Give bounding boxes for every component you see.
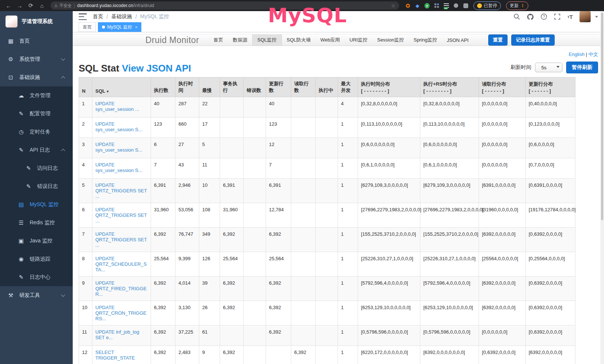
app-logo-row[interactable]: 芋道管理系统 bbox=[0, 11, 73, 32]
browser-back-icon[interactable]: ← bbox=[4, 1, 13, 10]
github-icon[interactable] bbox=[527, 13, 534, 20]
sidebar-item-config-management[interactable]: ✎配置管理 bbox=[0, 105, 73, 123]
search-icon[interactable] bbox=[513, 13, 520, 20]
sql-link[interactable]: UPDATE QRTZ_TRIGGERS SET ... bbox=[95, 182, 147, 199]
column-header[interactable]: 更新行数 bbox=[266, 77, 291, 97]
druid-tab[interactable]: Spring监控 bbox=[409, 34, 442, 46]
log-center-icon: ✎ bbox=[18, 274, 24, 281]
table-cell: 40 bbox=[266, 97, 291, 118]
not-secure-warning-icon[interactable]: ⚠ 不安全 bbox=[54, 3, 72, 9]
column-header[interactable]: 执行时间分布[ - - - - - - - - ] bbox=[358, 77, 420, 97]
table-cell: [0,0,0,0,0,0] bbox=[479, 118, 526, 138]
camera-extension-icon[interactable] bbox=[453, 3, 459, 8]
sql-link[interactable]: UPDATE QRTZ_SCHEDULER_STA... bbox=[95, 256, 147, 272]
sql-link[interactable]: UPDATE sys_user_session ... bbox=[95, 101, 139, 112]
druid-tab[interactable]: Web应用 bbox=[316, 34, 345, 46]
tag-active[interactable]: MySQL 监控× bbox=[98, 22, 141, 32]
sql-link[interactable]: UPDATE inf_job_log SET e... bbox=[95, 329, 139, 340]
breadcrumb-item[interactable]: 基础设施 bbox=[111, 13, 132, 20]
druid-tab[interactable]: JSON API bbox=[442, 34, 473, 46]
sql-link[interactable]: UPDATE QRTZ_CRON_TRIGGERS... bbox=[95, 305, 147, 321]
sql-link[interactable]: SELECT TRIGGER_STATE bbox=[95, 350, 135, 361]
blue-gem-extension-icon[interactable]: ◆ bbox=[415, 3, 420, 8]
view-json-api-link[interactable]: View JSON API bbox=[122, 63, 191, 74]
druid-tab[interactable]: URI监控 bbox=[345, 34, 372, 46]
bookmark-star-icon[interactable]: ☆ bbox=[391, 3, 395, 9]
tag-item[interactable]: 首页 bbox=[79, 22, 96, 32]
user-avatar[interactable] bbox=[580, 11, 591, 22]
sql-link[interactable]: UPDATE sys_user_session S... bbox=[95, 162, 142, 173]
sidebar-item-trace[interactable]: ◉链路追踪 bbox=[0, 250, 73, 268]
column-header[interactable]: N bbox=[79, 77, 92, 97]
sidebar-item-file-management[interactable]: ☁文件管理 bbox=[0, 86, 73, 105]
table-cell: 26 bbox=[199, 301, 220, 325]
kebab-menu-icon[interactable]: ⋮ bbox=[521, 3, 525, 8]
table-cell: 1 bbox=[338, 301, 358, 325]
column-header[interactable]: SQL▼ bbox=[92, 77, 151, 97]
column-header[interactable]: 错误数 bbox=[244, 77, 266, 97]
scrollbar-thumb[interactable] bbox=[601, 13, 603, 220]
sql-link[interactable]: UPDATE sys_user_session S... bbox=[95, 121, 142, 132]
sidebar-item-home[interactable]: ▦首页 bbox=[0, 32, 73, 50]
refresh-interval-select[interactable]: 5s bbox=[535, 63, 562, 72]
druid-tab[interactable]: Session监控 bbox=[372, 34, 408, 46]
druid-tab[interactable]: 首页 bbox=[209, 34, 228, 46]
sidebar-item-system-management[interactable]: ⚙系统管理 bbox=[0, 50, 73, 68]
column-header[interactable]: 读取行数 bbox=[291, 77, 316, 97]
sql-link[interactable]: UPDATE QRTZ_TRIGGERS SET ... bbox=[95, 231, 147, 248]
column-header[interactable]: 执行+RS时分布[ - - - - - - - - ] bbox=[420, 77, 479, 97]
table-cell: 6 bbox=[79, 203, 92, 228]
browser-reload-icon[interactable]: ⟳ bbox=[26, 1, 36, 10]
green-y-extension-icon[interactable]: y bbox=[424, 3, 430, 8]
page-scrollbar[interactable] bbox=[600, 11, 604, 364]
orange-ring-extension-icon[interactable] bbox=[405, 3, 410, 8]
font-size-icon[interactable]: тT bbox=[567, 14, 573, 20]
sidebar-item-log-center[interactable]: ✎日志中心 bbox=[0, 268, 73, 286]
druid-tab[interactable]: 数据源 bbox=[228, 34, 252, 46]
sidebar-item-java-monitor[interactable]: ▣Java 监控 bbox=[0, 232, 73, 250]
sql-link[interactable]: UPDATE QRTZ_TRIGGERS SET ... bbox=[95, 207, 147, 224]
sidebar-item-scheduled-tasks[interactable]: ◷定时任务 bbox=[0, 123, 73, 141]
sidebar-item-redis-monitor[interactable]: ☰Redis 监控 bbox=[0, 214, 73, 232]
sidebar-item-api-logs[interactable]: ✎API 日志 bbox=[0, 141, 73, 159]
table-cell: 6,392 bbox=[151, 301, 175, 325]
column-header[interactable]: 执行数 bbox=[151, 77, 175, 97]
hamburger-icon[interactable] bbox=[79, 13, 87, 20]
browser-update-button[interactable]: 更新 ⋮ bbox=[506, 1, 528, 10]
pause-refresh-button[interactable]: 暂停刷新 bbox=[566, 62, 598, 73]
reset-button[interactable]: 重置 bbox=[488, 34, 508, 46]
druid-tab[interactable]: SQL监控 bbox=[252, 34, 282, 46]
paused-badge[interactable]: 已暂停 bbox=[473, 1, 501, 10]
layers-icon: ☰ bbox=[18, 219, 24, 226]
column-header[interactable]: 事务执行 bbox=[220, 77, 244, 97]
column-header[interactable]: 最慢 bbox=[199, 77, 220, 97]
tag-close-icon[interactable]: × bbox=[135, 25, 137, 29]
browser-forward-icon[interactable]: → bbox=[15, 1, 24, 10]
lang-link-english[interactable]: English bbox=[569, 52, 585, 57]
column-header[interactable]: 更新行分布[ - - - - - - ] bbox=[526, 77, 575, 97]
log-and-reset-button[interactable]: 记录日志并重置 bbox=[511, 34, 555, 46]
sidebar-item-error-logs[interactable]: ✎错误日志 bbox=[0, 177, 73, 195]
column-header[interactable]: 读取行分布[ - - - - - - ] bbox=[479, 77, 526, 97]
help-icon[interactable]: ? bbox=[541, 13, 547, 20]
browser-home-icon[interactable]: ⌂ bbox=[37, 1, 47, 10]
table-cell: 123 bbox=[151, 118, 175, 138]
column-header[interactable]: 最大并发 bbox=[338, 77, 358, 97]
sidebar-item-access-logs[interactable]: ✎访问日志 bbox=[0, 159, 73, 177]
sidebar-item-mysql-monitor[interactable]: ▤MySQL 监控 bbox=[0, 195, 73, 214]
sql-link[interactable]: UPDATE sys_user_session S... bbox=[95, 142, 142, 153]
table-cell bbox=[291, 228, 316, 252]
column-header[interactable]: 执行时间 bbox=[175, 77, 199, 97]
fullscreen-icon[interactable] bbox=[554, 13, 561, 20]
list-on-extension-icon[interactable]: on bbox=[444, 3, 449, 8]
breadcrumb-item[interactable]: 首页 bbox=[93, 13, 103, 20]
tiles-extension-icon[interactable] bbox=[434, 3, 439, 8]
avatar-caret-icon[interactable] bbox=[595, 16, 598, 18]
druid-tab[interactable]: SQL防火墙 bbox=[282, 34, 316, 46]
sidebar-item-dev-tools[interactable]: ⚒研发工具 bbox=[0, 286, 73, 304]
column-header[interactable]: 执行中 bbox=[316, 77, 338, 97]
sql-link[interactable]: UPDATE QRTZ_FIRED_TRIGGER... bbox=[95, 280, 147, 297]
puzzle-extension-icon[interactable] bbox=[463, 3, 468, 8]
sidebar-item-infrastructure[interactable]: ⊡基础设施 bbox=[0, 68, 73, 86]
lang-link-中文[interactable]: 中文 bbox=[588, 52, 598, 57]
